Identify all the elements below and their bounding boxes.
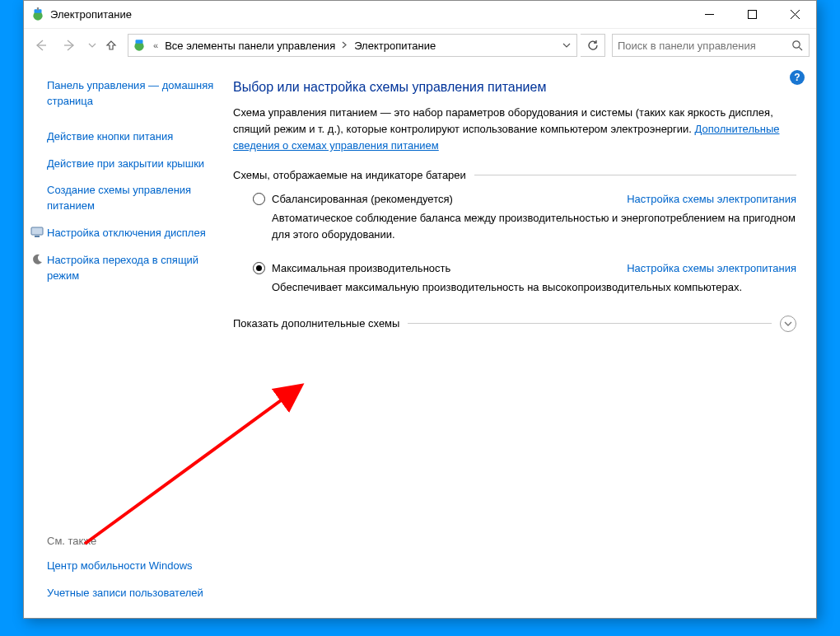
sidebar-link-label: Создание схемы управления питанием: [47, 183, 223, 214]
sidebar-home[interactable]: Панель управления — домашняя страница: [47, 78, 223, 110]
main-content: Выбор или настройка схемы управления пит…: [233, 62, 816, 618]
recent-dropdown-chev[interactable]: [86, 40, 98, 52]
plan-config-link[interactable]: Настройка схемы электропитания: [627, 262, 796, 274]
address-dropdown[interactable]: [557, 35, 576, 56]
help-button[interactable]: ?: [790, 70, 805, 85]
plan-config-link[interactable]: Настройка схемы электропитания: [627, 193, 796, 205]
see-also-heading: См. также: [47, 535, 223, 547]
expand-more-plans[interactable]: Показать дополнительные схемы: [233, 316, 796, 332]
plan-radio-high-performance[interactable]: Максимальная производительность: [253, 262, 450, 274]
see-also-label: Центр мобильности Windows: [47, 559, 193, 574]
plan-description: Обеспечивает максимальную производительн…: [253, 279, 796, 296]
forward-button[interactable]: [57, 32, 83, 58]
svg-rect-13: [31, 227, 43, 235]
plan-name: Максимальная производительность: [272, 262, 450, 274]
intro-pre: Схема управления питанием — это набор па…: [233, 106, 773, 135]
power-plan-balanced: Сбалансированная (рекомендуется) Настрой…: [233, 193, 796, 242]
chevron-right-icon: [337, 40, 352, 50]
monitor-icon: [30, 226, 44, 239]
svg-rect-4: [748, 11, 756, 19]
sidebar-link-display-off[interactable]: Настройка отключения дисплея: [47, 226, 223, 241]
sidebar-link-sleep[interactable]: Настройка перехода в спящий режим: [47, 253, 223, 284]
search-input[interactable]: [613, 40, 786, 52]
svg-line-12: [799, 47, 802, 50]
plan-description: Автоматическое соблюдение баланса между …: [253, 210, 796, 242]
power-icon: [132, 38, 147, 53]
svg-rect-10: [136, 40, 143, 44]
svg-point-11: [793, 41, 800, 48]
power-options-window: Электропитание: [23, 0, 817, 619]
page-heading: Выбор или настройка схемы управления пит…: [233, 80, 796, 95]
maximize-button[interactable]: [730, 1, 773, 29]
plan-radio-balanced[interactable]: Сбалансированная (рекомендуется): [253, 193, 453, 205]
sidebar-link-lid-close[interactable]: Действие при закрытии крышки: [47, 157, 223, 172]
see-also-mobility-center[interactable]: Центр мобильности Windows: [47, 559, 223, 574]
search-box[interactable]: [612, 34, 810, 57]
titlebar: Электропитание: [24, 1, 816, 29]
plan-name: Сбалансированная (рекомендуется): [272, 193, 453, 205]
svg-rect-2: [37, 7, 39, 10]
sidebar: Панель управления — домашняя страница Де…: [24, 62, 233, 618]
refresh-button[interactable]: [581, 34, 605, 57]
sidebar-link-label: Настройка отключения дисплея: [47, 226, 206, 241]
breadcrumb-prefix: «: [148, 40, 163, 50]
radio-icon: [253, 193, 265, 205]
sidebar-link-label: Настройка перехода в спящий режим: [47, 253, 223, 284]
moon-icon: [30, 253, 44, 266]
search-icon[interactable]: [786, 35, 809, 56]
see-also-label: Учетные записи пользователей: [47, 586, 203, 601]
intro-text: Схема управления питанием — это набор па…: [233, 105, 796, 154]
expand-label: Показать дополнительные схемы: [233, 317, 399, 330]
chevron-down-icon: [780, 316, 796, 332]
address-row: « Все элементы панели управления Электро…: [24, 29, 816, 62]
power-icon: [30, 7, 45, 22]
group-rule: [474, 175, 796, 175]
sidebar-link-label: Действие кнопки питания: [47, 129, 173, 145]
close-button[interactable]: [773, 1, 816, 29]
expand-rule: [408, 323, 772, 324]
window-title: Электропитание: [50, 8, 132, 21]
minimize-button[interactable]: [688, 1, 730, 29]
up-button[interactable]: [101, 32, 121, 58]
radio-icon: [253, 262, 265, 274]
sidebar-link-power-button[interactable]: Действие кнопки питания: [47, 129, 223, 145]
svg-rect-14: [35, 236, 40, 237]
address-box[interactable]: « Все элементы панели управления Электро…: [128, 34, 577, 57]
breadcrumb-current[interactable]: Электропитание: [352, 40, 437, 52]
back-button[interactable]: [27, 32, 54, 58]
power-plan-high-performance: Максимальная производительность Настройк…: [233, 262, 796, 296]
group-header: Схемы, отображаемые на индикаторе батаре…: [233, 169, 796, 181]
group-label: Схемы, отображаемые на индикаторе батаре…: [233, 169, 466, 181]
sidebar-link-label: Действие при закрытии крышки: [47, 157, 204, 172]
sidebar-link-create-plan[interactable]: Создание схемы управления питанием: [47, 183, 223, 214]
breadcrumb-parent[interactable]: Все элементы панели управления: [163, 40, 337, 52]
sidebar-home-label: Панель управления — домашняя страница: [47, 78, 223, 110]
see-also-user-accounts[interactable]: Учетные записи пользователей: [47, 586, 223, 601]
